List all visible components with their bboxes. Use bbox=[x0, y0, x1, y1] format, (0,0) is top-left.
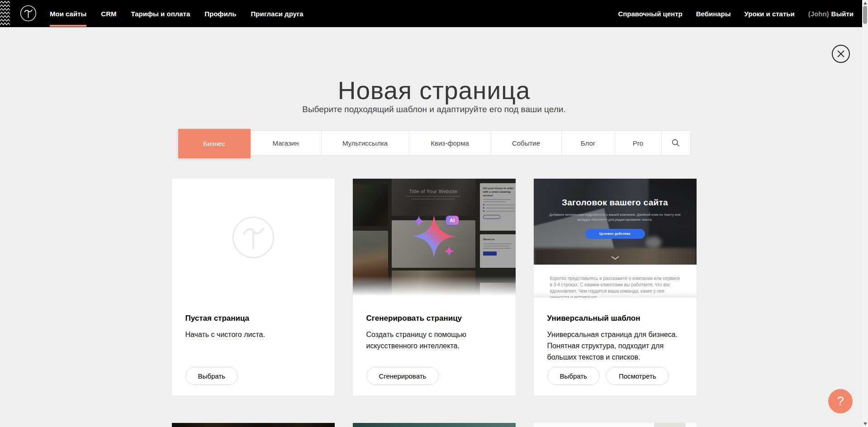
tab-multilink[interactable]: Мультиссылка bbox=[322, 130, 409, 156]
card-ai-generate[interactable]: Title of Your Website Get your house in … bbox=[353, 179, 516, 396]
card-universal-template[interactable]: Заголовок вашего сайта Добавьте интересн… bbox=[534, 179, 697, 396]
page-title: Новая страница bbox=[0, 78, 868, 103]
card-body: Сгенерировать страницу Создать страницу … bbox=[353, 298, 516, 396]
template-hero-subtext: Добавьте интересные подробности о вашей … bbox=[547, 212, 683, 223]
scroll-up-arrow-icon[interactable] bbox=[863, 2, 867, 5]
card-description: Создать страницу с помощью искусственног… bbox=[366, 329, 502, 352]
choose-button[interactable]: Выбрать bbox=[185, 367, 238, 385]
scrollbar-thumb[interactable] bbox=[863, 6, 867, 24]
choose-button[interactable]: Выбрать bbox=[547, 367, 600, 385]
tab-business[interactable]: Бизнес bbox=[178, 129, 251, 158]
template-cards-row-2 bbox=[172, 423, 697, 427]
card-body: Универсальный шаблон Универсальная стран… bbox=[534, 298, 697, 396]
nav-username: (John) bbox=[808, 10, 829, 18]
view-button[interactable]: Посмотреть bbox=[606, 367, 669, 385]
scrollbar[interactable] bbox=[862, 0, 868, 427]
nav-item-invite-friend[interactable]: Пригласи друга bbox=[251, 0, 303, 27]
template-card-partial[interactable] bbox=[172, 423, 335, 427]
card-actions: Сгенерировать bbox=[366, 367, 439, 385]
tab-pro[interactable]: Pro bbox=[615, 130, 662, 156]
template-preview: Заголовок вашего сайта Добавьте интересн… bbox=[534, 179, 697, 298]
nav-item-tariffs[interactable]: Тарифы и оплата bbox=[131, 0, 190, 27]
close-icon bbox=[837, 50, 845, 58]
template-thumbnail-teal bbox=[353, 423, 516, 427]
template-cta-button: Целевое действие bbox=[585, 229, 645, 239]
card-description: Универсальная страница для бизнеса. Поня… bbox=[547, 329, 683, 363]
card-body: Пустая страница Начать с чистого листа. … bbox=[172, 298, 335, 396]
drag-pattern-decoration bbox=[0, 0, 10, 27]
logout-link[interactable]: Выйти bbox=[831, 10, 854, 18]
ai-badge: AI bbox=[446, 216, 459, 225]
card-actions: Выбрать Посмотреть bbox=[547, 367, 669, 385]
card-blank-page[interactable]: Пустая страница Начать с чистого листа. … bbox=[172, 179, 335, 396]
close-button[interactable] bbox=[832, 45, 850, 63]
blank-page-preview bbox=[172, 179, 335, 298]
card-actions: Выбрать bbox=[185, 367, 238, 385]
help-button[interactable]: ? bbox=[828, 389, 853, 413]
template-card-partial[interactable] bbox=[534, 423, 697, 427]
scroll-down-arrow-icon[interactable] bbox=[863, 422, 867, 425]
nav-item-lessons[interactable]: Уроки и статьи bbox=[745, 0, 795, 27]
card-title: Универсальный шаблон bbox=[547, 314, 683, 323]
thumbnail-gray-block bbox=[654, 423, 686, 427]
top-navbar: Мои сайты CRM Тарифы и оплата Профиль Пр… bbox=[0, 0, 868, 27]
nav-item-crm[interactable]: CRM bbox=[101, 0, 116, 27]
question-mark-icon: ? bbox=[837, 394, 844, 408]
tab-search[interactable] bbox=[662, 130, 691, 156]
nav-main-menu: Мои сайты CRM Тарифы и оплата Профиль Пр… bbox=[50, 0, 304, 27]
collage-bottom-fade bbox=[353, 276, 516, 298]
template-thumbnail-dark bbox=[172, 423, 335, 427]
nav-item-help-center[interactable]: Справочный центр bbox=[618, 0, 682, 27]
card-description: Начать с чистого листа. bbox=[185, 329, 321, 341]
page-subtitle: Выберите подходящий шаблон и адаптируйте… bbox=[0, 104, 868, 114]
template-card-partial[interactable] bbox=[353, 423, 516, 427]
nav-item-profile[interactable]: Профиль bbox=[204, 0, 236, 27]
nav-user-logout: (John) Выйти bbox=[808, 0, 854, 27]
tab-quiz-form[interactable]: Квиз-форма bbox=[409, 130, 491, 156]
preview-bottom-shadow bbox=[534, 291, 697, 298]
ai-collage-preview: Title of Your Website Get your house in … bbox=[353, 179, 516, 298]
chevron-down-icon bbox=[611, 256, 620, 260]
tab-event[interactable]: Событие bbox=[491, 130, 562, 156]
nav-item-my-sites[interactable]: Мои сайты bbox=[50, 0, 86, 27]
template-hero-title: Заголовок вашего сайта bbox=[534, 198, 697, 208]
nav-item-webinars[interactable]: Вебинары bbox=[696, 0, 731, 27]
template-category-tabs: Бизнес Магазин Мультиссылка Квиз-форма С… bbox=[178, 130, 691, 156]
website-collage: Title of Your Website Get your house in … bbox=[353, 179, 516, 298]
tilda-logo[interactable] bbox=[20, 5, 37, 22]
ai-sparkle-pink-icon bbox=[444, 245, 455, 257]
card-title: Сгенерировать страницу bbox=[366, 314, 502, 323]
tab-shop[interactable]: Магазин bbox=[251, 130, 322, 156]
tilda-watermark-icon bbox=[232, 216, 275, 261]
template-hero: Заголовок вашего сайта Добавьте интересн… bbox=[534, 179, 697, 265]
generate-button[interactable]: Сгенерировать bbox=[366, 367, 439, 385]
card-title: Пустая страница bbox=[185, 314, 321, 323]
search-icon bbox=[672, 139, 680, 147]
template-thumbnail-light bbox=[534, 423, 697, 427]
tab-blog[interactable]: Блог bbox=[562, 130, 615, 156]
nav-secondary-menu: Справочный центр Вебинары Уроки и статьи… bbox=[618, 0, 854, 27]
template-cards-row: Пустая страница Начать с чистого листа. … bbox=[172, 179, 697, 396]
